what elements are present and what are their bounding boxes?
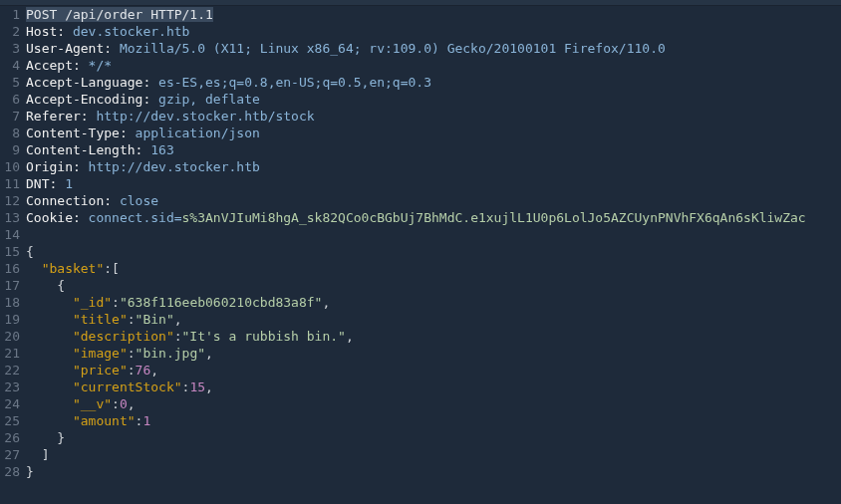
code-line: } — [26, 429, 841, 446]
line-number: 18 — [0, 294, 20, 311]
line-number: 1 — [0, 6, 20, 23]
code-editor: 1234567891011121314151617181920212223242… — [0, 6, 841, 504]
code-line: Referer: http://dev.stocker.htb/stock — [26, 108, 841, 125]
token-punct — [26, 346, 73, 361]
line-number: 11 — [0, 175, 20, 192]
token-hdr: Host: — [26, 24, 65, 39]
token-punct — [26, 363, 73, 378]
line-number: 9 — [0, 141, 20, 158]
token-key: "image" — [73, 346, 128, 361]
token-val: connect.sid= — [81, 210, 182, 225]
code-line: "_id":"638f116eeb060210cbd83a8f", — [26, 294, 841, 311]
token-punct — [26, 379, 73, 394]
token-hdr: DNT: — [26, 176, 57, 191]
token-punct: , — [322, 295, 330, 310]
code-line: Cookie: connect.sid=s%3AnVJIuMi8hgA_sk82… — [26, 209, 841, 226]
token-key: "description" — [73, 329, 174, 344]
code-line: Host: dev.stocker.htb — [26, 23, 841, 40]
token-key: "currentStock" — [73, 379, 182, 394]
code-line: ] — [26, 446, 841, 463]
line-number: 3 — [0, 40, 20, 57]
code-line: "__v":0, — [26, 395, 841, 412]
code-area[interactable]: POST /api/order HTTP/1.1Host: dev.stocke… — [24, 6, 841, 504]
line-number: 28 — [0, 463, 20, 480]
token-val: es-ES,es;q=0.8,en-US;q=0.5,en;q=0.3 — [150, 75, 431, 90]
token-val: 1 — [57, 176, 73, 191]
token-punct — [26, 312, 73, 327]
token-key: "price" — [73, 363, 128, 378]
token-num: 15 — [189, 379, 205, 394]
token-hdr: Connection: — [26, 193, 112, 208]
code-line: Connection: close — [26, 192, 841, 209]
token-hdr: Accept-Encoding: — [26, 92, 150, 107]
code-line: "title":"Bin", — [26, 311, 841, 328]
line-number: 4 — [0, 57, 20, 74]
code-line: Content-Type: application/json — [26, 125, 841, 141]
code-line: Accept: */* — [26, 57, 841, 74]
code-line: "amount":1 — [26, 412, 841, 429]
code-line: "currentStock":15, — [26, 378, 841, 395]
token-str: "It's a rubbish bin." — [182, 329, 346, 344]
code-line: "image":"bin.jpg", — [26, 345, 841, 362]
line-number: 23 — [0, 378, 20, 395]
code-line: "basket":[ — [26, 260, 841, 277]
token-sel: POST /api/order HTTP/1.1 — [26, 7, 213, 22]
token-str: "Bin" — [136, 312, 174, 327]
line-number: 13 — [0, 209, 20, 226]
line-number: 26 — [0, 429, 20, 446]
token-key: "_id" — [73, 295, 112, 310]
token-punct — [26, 329, 73, 344]
token-val: http://dev.stocker.htb/stock — [89, 109, 315, 124]
token-punct: : — [128, 363, 136, 378]
token-val: gzip, deflate — [150, 92, 260, 107]
token-punct: : — [174, 329, 182, 344]
token-punct — [26, 413, 73, 428]
code-line: { — [26, 243, 841, 260]
token-num: 0 — [120, 396, 128, 411]
token-punct: { — [26, 278, 65, 293]
token-punct: } — [26, 464, 34, 479]
line-number: 8 — [0, 125, 20, 141]
token-hdr: Accept-Language: — [26, 75, 150, 90]
token-key: "amount" — [73, 413, 136, 428]
code-line: Accept-Encoding: gzip, deflate — [26, 91, 841, 108]
line-number: 7 — [0, 108, 20, 125]
token-punct: :[ — [104, 261, 120, 276]
code-line: { — [26, 277, 841, 294]
token-punct: { — [26, 244, 34, 259]
token-val: http://dev.stocker.htb — [81, 159, 260, 174]
token-punct: } — [26, 430, 65, 445]
line-number: 22 — [0, 362, 20, 378]
token-num: 1 — [142, 413, 150, 428]
token-key: "basket" — [42, 261, 105, 276]
line-number: 6 — [0, 91, 20, 108]
code-line: "price":76, — [26, 362, 841, 378]
token-val: dev.stocker.htb — [65, 24, 189, 39]
token-str: s%3AnVJIuMi8hgA_sk82QCo0cBGbUj7BhMdC.e1x… — [182, 210, 806, 225]
token-punct: , — [346, 329, 354, 344]
code-line — [26, 226, 841, 243]
line-number: 10 — [0, 158, 20, 175]
token-hdr: Cookie: — [26, 210, 81, 225]
token-val: */* — [81, 58, 112, 73]
line-number: 2 — [0, 23, 20, 40]
token-punct: : — [112, 396, 120, 411]
token-val: Mozilla/5.0 (X11; Linux x86_64; rv:109.0… — [112, 41, 666, 56]
line-number: 25 — [0, 412, 20, 429]
line-number: 12 — [0, 192, 20, 209]
code-line: DNT: 1 — [26, 175, 841, 192]
token-key: "title" — [73, 312, 128, 327]
token-punct: ] — [26, 447, 49, 462]
line-number: 24 — [0, 395, 20, 412]
token-hdr: Referer: — [26, 109, 89, 124]
token-punct: , — [205, 346, 213, 361]
line-number: 5 — [0, 74, 20, 91]
line-number: 27 — [0, 446, 20, 463]
code-line: Accept-Language: es-ES,es;q=0.8,en-US;q=… — [26, 74, 841, 91]
token-punct: , — [128, 396, 136, 411]
token-str: "bin.jpg" — [136, 346, 205, 361]
token-punct: : — [128, 312, 136, 327]
token-hdr: Content-Length: — [26, 142, 142, 157]
token-key: "__v" — [73, 396, 112, 411]
code-line: } — [26, 463, 841, 480]
